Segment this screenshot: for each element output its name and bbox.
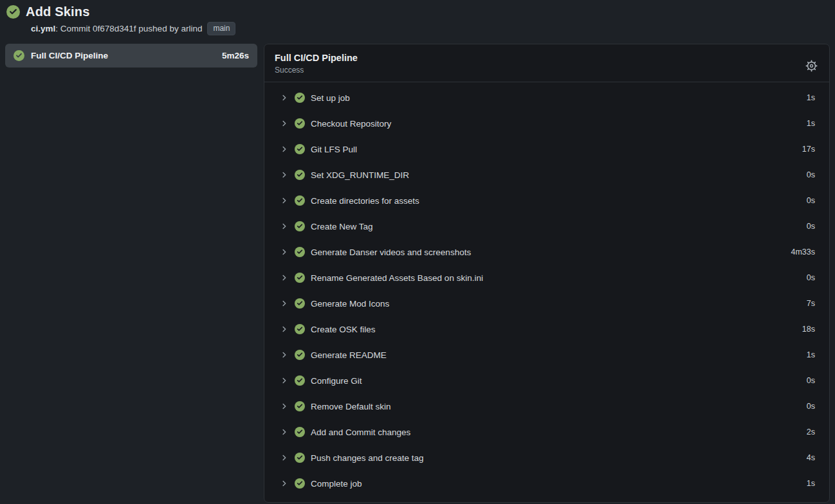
step-success-icon (295, 93, 305, 103)
job-duration: 5m26s (222, 51, 249, 60)
step-row[interactable]: Add and Commit changes 2s (264, 419, 829, 445)
step-success-icon (295, 195, 305, 206)
job-name: Full CI/CD Pipeline (31, 51, 216, 60)
chevron-right-icon (280, 454, 288, 462)
step-duration: 1s (807, 479, 815, 488)
step-row[interactable]: Generate Danser videos and screenshots 4… (264, 239, 829, 265)
commit-text: : Commit 0f678d341f pushed by arlind (55, 24, 202, 33)
step-duration: 17s (802, 145, 815, 154)
chevron-right-icon (280, 351, 288, 359)
commit-info: ci.yml: Commit 0f678d341f pushed by arli… (31, 22, 827, 35)
chevron-right-icon (280, 248, 288, 256)
step-row[interactable]: Git LFS Pull 17s (264, 136, 829, 162)
step-row[interactable]: Generate Mod Icons 7s (264, 291, 829, 316)
step-duration: 18s (802, 325, 815, 334)
step-success-icon (295, 324, 305, 334)
step-duration: 1s (807, 119, 815, 128)
step-name: Generate README (311, 350, 807, 360)
panel-job-title: Full CI/CD Pipeline (275, 53, 819, 63)
step-row[interactable]: Complete job 1s (264, 471, 829, 496)
step-success-icon (295, 298, 305, 309)
gear-icon[interactable] (804, 59, 819, 73)
step-row[interactable]: Generate README 1s (264, 342, 829, 368)
step-duration: 7s (807, 299, 815, 308)
chevron-right-icon (280, 325, 288, 333)
step-name: Complete job (311, 479, 807, 489)
step-success-icon (295, 453, 305, 463)
chevron-right-icon (280, 120, 288, 127)
chevron-right-icon (280, 480, 288, 487)
step-row[interactable]: Remove Default skin 0s (264, 393, 829, 419)
step-success-icon (295, 247, 305, 257)
step-success-icon (295, 427, 305, 437)
step-duration: 4m33s (791, 248, 815, 256)
step-row[interactable]: Set up job 1s (264, 85, 829, 111)
step-duration: 0s (807, 196, 815, 205)
step-name: Configure Git (311, 376, 807, 386)
step-success-icon (295, 273, 305, 283)
step-duration: 0s (807, 402, 815, 411)
step-name: Remove Default skin (311, 402, 807, 411)
step-duration: 0s (807, 273, 815, 282)
step-row[interactable]: Push changes and create tag 4s (264, 445, 829, 471)
run-header: Add Skins ci.yml: Commit 0f678d341f push… (0, 0, 835, 35)
panel-job-status: Success (275, 66, 819, 75)
step-duration: 1s (807, 350, 815, 359)
chevron-right-icon (280, 197, 288, 204)
step-name: Push changes and create tag (311, 453, 807, 463)
panel-header: Full CI/CD Pipeline Success (264, 44, 829, 82)
step-duration: 4s (807, 453, 815, 462)
chevron-right-icon (280, 300, 288, 307)
step-duration: 0s (807, 376, 815, 385)
chevron-right-icon (280, 428, 288, 436)
chevron-right-icon (280, 145, 288, 153)
step-row[interactable]: Rename Generated Assets Based on skin.in… (264, 265, 829, 291)
workflow-file-name: ci.yml (31, 24, 55, 33)
step-name: Generate Mod Icons (311, 299, 807, 309)
step-name: Generate Danser videos and screenshots (311, 248, 791, 257)
step-success-icon (295, 221, 305, 231)
step-success-icon (295, 375, 305, 386)
step-row[interactable]: Create OSK files 18s (264, 316, 829, 342)
step-name: Add and Commit changes (311, 428, 807, 437)
sidebar-job-item[interactable]: Full CI/CD Pipeline 5m26s (5, 44, 257, 68)
chevron-right-icon (280, 402, 288, 410)
chevron-right-icon (280, 377, 288, 384)
step-success-icon (295, 350, 305, 360)
step-name: Create New Tag (311, 222, 807, 231)
step-success-icon (295, 401, 305, 411)
step-name: Create directories for assets (311, 196, 807, 206)
chevron-right-icon (280, 94, 288, 102)
chevron-right-icon (280, 274, 288, 282)
step-row[interactable]: Create directories for assets 0s (264, 188, 829, 213)
step-name: Set XDG_RUNTIME_DIR (311, 170, 807, 180)
step-duration: 0s (807, 222, 815, 231)
step-success-icon (295, 144, 305, 154)
step-success-icon (295, 478, 305, 489)
step-duration: 2s (807, 428, 815, 437)
steps-list: Set up job 1s Checkout Repository 1s (264, 82, 829, 501)
step-name: Rename Generated Assets Based on skin.in… (311, 273, 807, 283)
step-success-icon (295, 118, 305, 129)
step-duration: 0s (807, 170, 815, 179)
chevron-right-icon (280, 171, 288, 179)
step-name: Git LFS Pull (311, 145, 802, 154)
run-success-icon (6, 5, 20, 19)
step-name: Set up job (311, 93, 807, 103)
step-name: Create OSK files (311, 325, 802, 334)
jobs-sidebar: Full CI/CD Pipeline 5m26s (5, 44, 257, 68)
step-name: Checkout Repository (311, 119, 807, 129)
step-row[interactable]: Set XDG_RUNTIME_DIR 0s (264, 162, 829, 188)
step-row[interactable]: Configure Git 0s (264, 368, 829, 393)
step-row[interactable]: Create New Tag 0s (264, 213, 829, 239)
page-title: Add Skins (26, 4, 90, 19)
step-row[interactable]: Checkout Repository 1s (264, 111, 829, 136)
branch-badge[interactable]: main (207, 22, 235, 35)
step-success-icon (295, 170, 305, 180)
chevron-right-icon (280, 222, 288, 230)
job-success-icon (14, 50, 24, 61)
step-duration: 1s (807, 93, 815, 102)
job-detail-panel: Full CI/CD Pipeline Success (264, 44, 830, 503)
